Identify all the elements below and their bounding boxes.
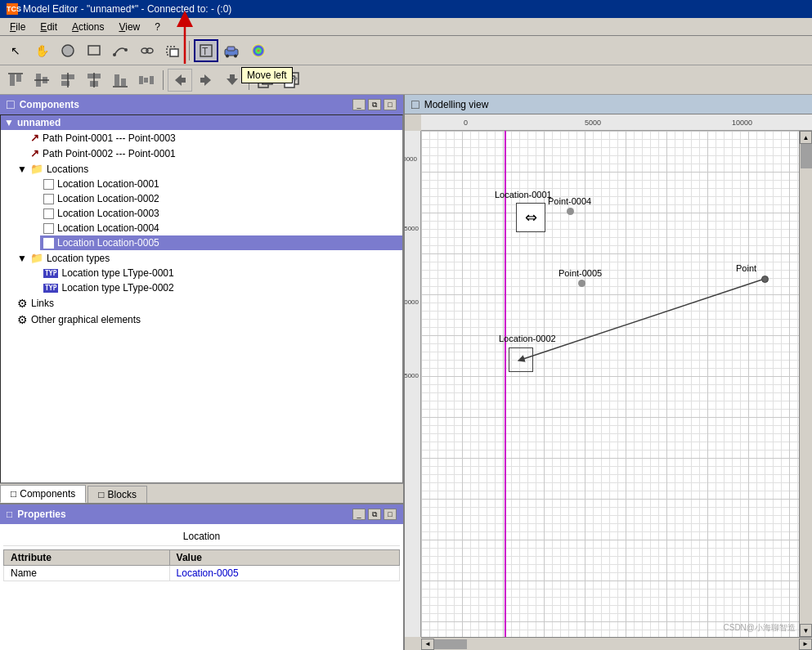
rect-tool-btn[interactable] xyxy=(82,39,106,62)
modelling-title: Modelling view xyxy=(424,99,489,110)
components-panel-header: □ Components _ ⧉ □ xyxy=(0,95,403,114)
tree-item-loc5[interactable]: Location Location-0005 xyxy=(40,235,402,250)
modelling-header: □ Modelling view xyxy=(405,95,812,114)
distribute-btn[interactable] xyxy=(134,69,159,92)
move-left-btn[interactable] xyxy=(168,69,192,92)
scrollbar-horizontal[interactable]: ◄ ► xyxy=(421,637,812,650)
point-right-label: Point xyxy=(736,263,756,273)
title-bar: TCS Model Editor - "unnamed*" - Connecte… xyxy=(0,0,812,18)
svg-marker-37 xyxy=(204,74,211,86)
panel-close-btn[interactable]: □ xyxy=(384,99,397,110)
panel-minimize-btn[interactable]: _ xyxy=(352,99,366,110)
menu-file[interactable]: File xyxy=(3,20,32,34)
tree-label-loc5: Location Location-0005 xyxy=(57,237,159,249)
scroll-left-btn[interactable]: ◄ xyxy=(421,639,434,650)
svg-rect-40 xyxy=(230,74,235,78)
svg-point-2 xyxy=(113,53,116,56)
align-bottom-btn[interactable] xyxy=(108,69,132,92)
prop-col-attribute: Attribute xyxy=(4,550,170,566)
tree-item-links[interactable]: ⚙ Links xyxy=(14,295,402,312)
other-icon: ⚙ xyxy=(17,313,28,326)
move-left-tooltip: Move left xyxy=(241,67,293,83)
loc1-checkbox[interactable] xyxy=(43,179,54,190)
loc5-checkbox[interactable] xyxy=(43,238,54,249)
menu-view[interactable]: View xyxy=(112,20,146,34)
prop-val-name: Location-0005 xyxy=(169,566,399,581)
panel-restore-btn[interactable]: ⧉ xyxy=(368,99,381,110)
modelling-canvas-wrapper[interactable]: 0 5000 10000 30000 25000 20000 15000 xyxy=(405,114,812,650)
scroll-track-h xyxy=(434,639,799,650)
tree-item-loctypes-folder[interactable]: ▼ 📁 Location types xyxy=(14,250,402,266)
tree-item-ltype2[interactable]: TYP Location type LType-0002 xyxy=(40,280,402,295)
modelling-icon: □ xyxy=(411,97,419,112)
toolbar-row-1: ↖ ✋ T xyxy=(0,36,812,65)
tree-item-path2[interactable]: ↗ Path Point-0002 --- Point-0001 xyxy=(27,146,402,161)
tree-root-expand: ▼ xyxy=(4,117,14,128)
svg-rect-1 xyxy=(88,46,100,55)
tab-components[interactable]: □ Components xyxy=(0,485,86,503)
circle-tool-btn[interactable] xyxy=(56,39,80,62)
vehicle-tool-btn[interactable] xyxy=(220,39,244,62)
properties-icon: □ xyxy=(7,509,12,520)
move-right-btn[interactable] xyxy=(194,69,218,92)
drag-tool-btn[interactable] xyxy=(160,39,185,62)
loctypes-expand-icon: ▼ xyxy=(17,253,27,264)
align-vcenter-btn[interactable] xyxy=(29,69,54,92)
align-mid-btn[interactable] xyxy=(56,69,80,92)
tree-label-links: Links xyxy=(31,298,54,309)
loc3-checkbox[interactable] xyxy=(43,208,54,219)
ruler-top: 0 5000 10000 xyxy=(421,114,812,131)
tree-item-loc3[interactable]: Location Location-0003 xyxy=(40,206,402,221)
svg-marker-39 xyxy=(227,78,238,85)
loc2-checkbox[interactable] xyxy=(43,194,54,204)
canvas-area[interactable]: 30000 25000 20000 15000 Location-0001 ⇔ xyxy=(405,131,812,637)
tab-blocks[interactable]: □ Blocks xyxy=(87,486,147,503)
hand-tool-btn[interactable]: ✋ xyxy=(29,39,54,62)
scroll-down-btn[interactable]: ▼ xyxy=(800,624,812,637)
prop-close-btn[interactable]: □ xyxy=(384,509,397,520)
menu-edit[interactable]: Edit xyxy=(34,20,64,34)
svg-rect-34 xyxy=(182,78,186,83)
color-tool-btn[interactable] xyxy=(246,39,271,62)
tree-item-other[interactable]: ⚙ Other graphical elements xyxy=(14,312,402,328)
align-hcenter-btn[interactable] xyxy=(82,69,106,92)
tree-root[interactable]: ▼ unnamed xyxy=(1,115,402,130)
point-0004-dot[interactable] xyxy=(567,208,574,215)
scroll-thumb-v[interactable] xyxy=(801,144,812,168)
menu-actions[interactable]: Actions xyxy=(65,20,110,34)
tab-components-label: Components xyxy=(20,488,75,500)
scrollbar-vertical[interactable]: ▲ ▼ xyxy=(799,131,812,637)
prop-restore-btn[interactable]: ⧉ xyxy=(368,509,381,520)
path-tool-btn[interactable] xyxy=(108,39,132,62)
link-tool-btn[interactable] xyxy=(134,39,159,62)
scroll-track-v xyxy=(800,144,812,624)
ltype1-icon: TYP xyxy=(43,269,58,278)
type-tool-btn[interactable]: T xyxy=(194,39,218,62)
tree-item-ltype1[interactable]: TYP Location type LType-0001 xyxy=(40,266,402,280)
tree-item-loc4[interactable]: Location Location-0004 xyxy=(40,221,402,235)
tree-item-locations-folder[interactable]: ▼ 📁 Locations xyxy=(14,161,402,177)
location-0001-box[interactable]: ⇔ xyxy=(516,203,545,232)
prop-minimize-btn[interactable]: _ xyxy=(352,509,366,520)
loc4-checkbox[interactable] xyxy=(43,223,54,234)
tree-item-loc2[interactable]: Location Location-0002 xyxy=(40,191,402,206)
tree-item-path1[interactable]: ↗ Path Point-0001 --- Point-0003 xyxy=(27,130,402,146)
tree-label-ltype1: Location type LType-0001 xyxy=(61,267,173,279)
point-right-dot[interactable] xyxy=(761,276,769,283)
scroll-up-btn[interactable]: ▲ xyxy=(800,131,812,144)
locations-folder-icon: 📁 xyxy=(30,163,43,175)
point-0005-dot[interactable] xyxy=(578,280,585,287)
loctypes-folder-icon: 📁 xyxy=(30,252,43,264)
svg-rect-7 xyxy=(170,49,178,56)
tree-item-loc1[interactable]: Location Location-0001 xyxy=(40,177,402,191)
scroll-thumb-h[interactable] xyxy=(434,639,467,649)
align-top-btn[interactable] xyxy=(3,69,28,92)
properties-content: Location Attribute Value Name Location-0… xyxy=(0,524,403,650)
prop-attr-name: Name xyxy=(4,566,170,581)
ruler-mark-25000: 25000 xyxy=(405,225,419,232)
menu-help[interactable]: ? xyxy=(148,20,167,34)
scroll-right-btn[interactable]: ► xyxy=(799,639,812,650)
select-tool-btn[interactable]: ↖ xyxy=(3,39,28,62)
location-0002-box[interactable] xyxy=(509,347,533,372)
drawing-canvas[interactable]: Location-0001 ⇔ Point-0004 Point-0005 Po… xyxy=(421,131,799,637)
